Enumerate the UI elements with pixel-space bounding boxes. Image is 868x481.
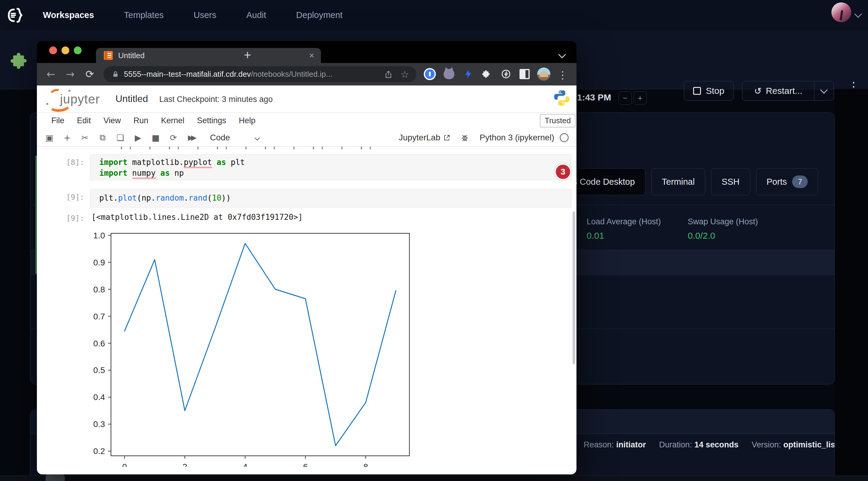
url-text: 5555--main--test--matifali.atif.cdr.dev/…: [124, 70, 384, 79]
menu-help[interactable]: Help: [239, 116, 255, 125]
restart-workspace-button: ↺ Restart...: [742, 81, 834, 101]
tab-search-chevron-icon[interactable]: [558, 51, 566, 58]
stop-label: Stop: [706, 86, 724, 96]
restart-options-button[interactable]: [814, 81, 834, 100]
restart-kernel-icon[interactable]: ⟳: [168, 133, 179, 143]
build-reason: Reason:initiator: [584, 440, 646, 450]
side-panel-icon[interactable]: [518, 67, 531, 81]
collaborator-badge: 3: [555, 163, 571, 180]
svg-text:0: 0: [122, 462, 127, 467]
menu-view[interactable]: View: [103, 116, 121, 125]
bolt-extension-icon[interactable]: [462, 67, 475, 81]
new-tab-button[interactable]: +: [244, 49, 251, 62]
cut-cell-icon[interactable]: ✂: [80, 133, 90, 143]
kernel-name[interactable]: Python 3 (ipykernel): [479, 133, 554, 142]
coder-logo-icon[interactable]: [7, 7, 24, 24]
browser-menu-kebab-icon[interactable]: ⋮: [558, 69, 568, 81]
macos-minimize-button[interactable]: [61, 46, 69, 54]
open-jupyterlab-link[interactable]: JupyterLab: [399, 133, 440, 142]
clock-time: 1:43 PM: [577, 92, 611, 102]
paste-cell-icon[interactable]: ❏: [115, 133, 125, 143]
svg-text:0.9: 0.9: [93, 258, 105, 267]
trusted-button[interactable]: Trusted: [540, 114, 576, 127]
external-link-icon[interactable]: [443, 134, 451, 141]
primary-nav: WorkspacesTemplatesUsersAuditDeployment: [43, 0, 343, 30]
bookmark-star-icon[interactable]: ☆: [400, 69, 409, 80]
ssh-button[interactable]: SSH: [711, 168, 750, 195]
code-cell[interactable]: plt.plot(np.random.rand(10)): [90, 189, 571, 207]
svg-text:8: 8: [363, 462, 368, 467]
github-octocat-extension-icon[interactable]: [442, 67, 456, 81]
ports-button[interactable]: Ports7: [756, 168, 818, 195]
zoom-out-button[interactable]: −: [618, 92, 632, 105]
nav-item-audit[interactable]: Audit: [246, 10, 266, 20]
zoom-in-button[interactable]: +: [633, 92, 647, 105]
nav-item-deployment[interactable]: Deployment: [296, 10, 343, 20]
user-avatar[interactable]: [831, 2, 851, 22]
menu-settings[interactable]: Settings: [197, 116, 226, 125]
nav-item-templates[interactable]: Templates: [124, 10, 163, 20]
duration-label: Duration:: [659, 440, 692, 449]
agent-app-buttons: VS Code DesktopTerminalSSHPorts7: [555, 168, 818, 195]
interrupt-kernel-icon[interactable]: ■: [151, 133, 161, 143]
copy-cell-icon[interactable]: ⧉: [97, 133, 108, 143]
extensions-puzzle-icon[interactable]: [480, 67, 493, 81]
cell-prompt: [8]:: [63, 158, 84, 167]
duration-value: 14 seconds: [694, 440, 738, 449]
browser-tab[interactable]: Untitled ×: [96, 48, 321, 63]
svg-text:0.4: 0.4: [93, 392, 105, 402]
nav-item-users[interactable]: Users: [194, 10, 217, 20]
svg-text:0.6: 0.6: [93, 339, 105, 348]
add-cell-icon[interactable]: +: [62, 133, 72, 143]
save-icon[interactable]: ▣: [44, 133, 55, 143]
restart-run-all-icon[interactable]: ▶▶: [186, 133, 196, 142]
terminal-button[interactable]: Terminal: [651, 168, 706, 195]
stat-swap-usage-host-: Swap Usage (Host)0.0/2.0: [688, 217, 758, 241]
ports-count-badge: 7: [792, 175, 808, 188]
macos-fullscreen-button[interactable]: [74, 46, 82, 54]
run-cell-icon[interactable]: ▶: [133, 133, 143, 143]
svg-text:2: 2: [182, 462, 187, 467]
stat-value: 0.01: [587, 231, 661, 241]
notebook-scrollbar[interactable]: [572, 212, 575, 364]
page-gutter: [835, 89, 868, 481]
stat-load-average-host-: Load Average (Host)0.01: [587, 217, 661, 241]
build-version: Version:optimistic_liskov9: [752, 440, 835, 450]
url-bar[interactable]: 5555--main--test--matifali.atif.cdr.dev/…: [103, 66, 416, 82]
dock-peek: [45, 474, 65, 481]
tab-close-icon[interactable]: ×: [309, 51, 314, 61]
reload-button[interactable]: ⟳: [86, 68, 94, 80]
cell-prompt: [9]:: [63, 193, 84, 201]
menu-run[interactable]: Run: [133, 116, 149, 125]
jupyter-logo[interactable]: jupyter: [44, 88, 109, 111]
energy-saver-extension-icon[interactable]: [499, 67, 513, 81]
onepassword-extension-icon[interactable]: [423, 67, 436, 81]
debugger-bug-icon[interactable]: [461, 134, 469, 142]
jupyter-header: jupyter Untitled Last Checkpoint: 3 minu…: [37, 86, 577, 113]
menu-file[interactable]: File: [51, 116, 64, 125]
kernel-status-icon: [560, 133, 569, 142]
nav-item-workspaces[interactable]: Workspaces: [43, 10, 94, 20]
share-icon[interactable]: [384, 70, 393, 78]
menu-kernel[interactable]: Kernel: [161, 116, 184, 125]
macos-close-button[interactable]: [49, 46, 57, 54]
menu-edit[interactable]: Edit: [77, 116, 91, 125]
notebook-title[interactable]: Untitled: [116, 93, 148, 104]
checkpoint-status: Last Checkpoint: 3 minutes ago: [159, 95, 273, 104]
version-value[interactable]: optimistic_liskov9: [783, 440, 835, 449]
restart-main-button[interactable]: ↺ Restart...: [742, 81, 814, 100]
svg-text:6: 6: [303, 462, 308, 467]
code-cell[interactable]: import matplotlib.pyplot as pltimport nu…: [90, 154, 571, 180]
browser-profile-avatar[interactable]: [537, 67, 550, 81]
stop-square-icon: [693, 87, 701, 95]
cell-type-value: Code: [210, 133, 230, 142]
chevron-down-icon[interactable]: [854, 10, 862, 18]
forward-button[interactable]: →: [66, 68, 75, 80]
code-line: plt.plot(np.random.rand(10)): [99, 193, 571, 203]
back-button[interactable]: ←: [46, 68, 55, 80]
jupyter-toolbar-right: JupyterLab Python 3 (ipykernel): [399, 129, 573, 146]
restart-icon: ↺: [754, 86, 762, 96]
stop-workspace-button[interactable]: Stop: [684, 81, 734, 101]
build-duration: Duration:14 seconds: [659, 440, 739, 450]
cell-type-select[interactable]: Code: [210, 133, 259, 142]
